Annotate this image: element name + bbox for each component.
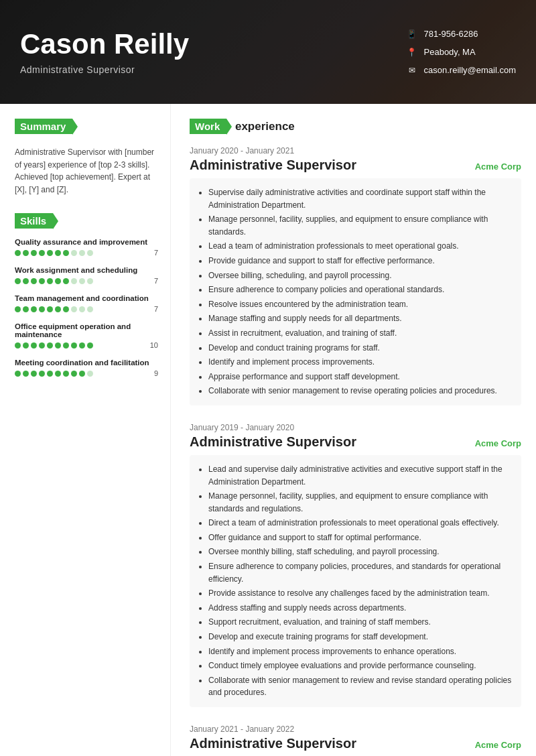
skill-score: 7 [149, 305, 158, 313]
dot-filled [15, 371, 21, 377]
job-date: January 2019 - January 2020 [190, 423, 521, 432]
skill-name: Meeting coordination and facilitation [15, 359, 158, 367]
job-entry: January 2020 - January 2021Administrativ… [190, 146, 521, 405]
jobs-list: January 2020 - January 2021Administrativ… [190, 146, 521, 751]
skill-rating-row: 9 [15, 369, 158, 377]
summary-section: Summary Administrative Supervisor with [… [15, 119, 158, 196]
job-title-row: Administrative SupervisorAcme Corp [190, 158, 521, 173]
dot-filled [23, 371, 29, 377]
job-company: Acme Corp [475, 162, 521, 172]
bullet-item: Resolve issues encountered by the admini… [208, 298, 512, 311]
dot-filled [23, 250, 29, 256]
bullet-item: Identify and implement process improveme… [208, 356, 512, 369]
location-icon: 📍 [405, 46, 419, 59]
dot-empty [87, 306, 93, 312]
contact-location: 📍 Peabody, MA [405, 46, 516, 59]
dot-empty [87, 250, 93, 256]
contact-phone: 📱 781-956-6286 [405, 27, 516, 41]
skill-item: Team management and coordination7 [15, 294, 158, 313]
bullet-item: Manage personnel, facility, supplies, an… [208, 490, 512, 515]
main-body: Summary Administrative Supervisor with [… [0, 104, 536, 756]
bullet-item: Offer guidance and support to staff for … [208, 531, 512, 544]
dot-filled [39, 371, 45, 377]
skill-score: 10 [149, 341, 158, 349]
job-title: Administrative Supervisor [190, 736, 356, 751]
bullet-item: Develop and conduct training programs fo… [208, 342, 512, 355]
bullet-item: Ensure adherence to company policies and… [208, 284, 512, 296]
job-date: January 2020 - January 2021 [190, 146, 521, 155]
dot-filled [63, 278, 69, 284]
skill-rating-row: 7 [15, 277, 158, 285]
dot-empty [71, 306, 77, 312]
bullet-item: Collaborate with senior management to re… [208, 385, 512, 397]
bullet-item: Supervise daily administrative activitie… [208, 186, 512, 211]
header-contact: 📱 781-956-6286 📍 Peabody, MA ✉ cason.rei… [405, 27, 516, 77]
job-title: Administrative Supervisor [190, 434, 356, 450]
phone-icon: 📱 [405, 27, 419, 41]
job-entry: January 2019 - January 2020Administrativ… [190, 423, 521, 707]
skill-score: 7 [149, 277, 158, 285]
bullet-item: Oversee monthly billing, staff schedulin… [208, 546, 512, 558]
work-header-row: Work experience [190, 119, 521, 134]
skill-name: Quality assurance and improvement [15, 238, 158, 246]
skill-rating-row: 7 [15, 249, 158, 257]
job-company: Acme Corp [475, 438, 521, 448]
dot-filled [15, 342, 21, 349]
work-section-badge: Work [190, 119, 226, 134]
email-icon: ✉ [405, 64, 419, 77]
dot-filled [55, 371, 61, 377]
bullet-item: Collaborate with senior management to re… [208, 674, 512, 699]
bullet-item: Lead and supervise daily administrative … [208, 463, 512, 488]
skill-dots [15, 278, 93, 284]
skill-item: Meeting coordination and facilitation9 [15, 359, 158, 377]
dot-filled [87, 342, 93, 349]
job-bullets-list: Supervise daily administrative activitie… [190, 178, 521, 405]
dot-filled [23, 342, 29, 349]
dot-empty [87, 371, 93, 377]
job-company: Acme Corp [475, 740, 521, 750]
job-date: January 2021 - January 2022 [190, 724, 521, 734]
skill-name: Work assignment and scheduling [15, 266, 158, 274]
dot-filled [55, 306, 61, 312]
dot-empty [79, 306, 85, 312]
dot-filled [15, 250, 21, 256]
dot-filled [47, 371, 53, 377]
summary-header: Summary [15, 119, 72, 134]
contact-email: ✉ cason.reilly@email.com [405, 64, 516, 77]
bullet-item: Provide guidance and support to staff fo… [208, 255, 512, 267]
job-bullets-list: Lead and supervise daily administrative … [190, 455, 521, 707]
job-title-row: Administrative SupervisorAcme Corp [190, 434, 521, 450]
dot-filled [47, 342, 53, 349]
dot-filled [63, 250, 69, 256]
bullet-item: Manage staffing and supply needs for all… [208, 312, 512, 325]
candidate-name: Cason Reilly [20, 29, 405, 60]
bullet-item: Support recruitment, evaluation, and tra… [208, 616, 512, 629]
dot-filled [55, 342, 61, 349]
bullet-item: Develop and execute training programs fo… [208, 631, 512, 643]
dot-filled [55, 278, 61, 284]
job-title: Administrative Supervisor [190, 158, 356, 173]
bullet-item: Address staffing and supply needs across… [208, 602, 512, 615]
dot-filled [55, 250, 61, 256]
bullet-item: Identify and implement process improveme… [208, 645, 512, 658]
dot-filled [39, 342, 45, 349]
bullet-item: Assist in recruitment, evaluation, and t… [208, 327, 512, 340]
dot-filled [39, 250, 45, 256]
job-entry: January 2021 - January 2022Administrativ… [190, 724, 521, 751]
sidebar: Summary Administrative Supervisor with [… [0, 104, 171, 756]
dot-filled [47, 306, 53, 312]
skill-rating-row: 10 [15, 341, 158, 349]
bullet-item: Direct a team of administration professi… [208, 517, 512, 529]
dot-filled [23, 306, 29, 312]
skills-header: Skills [15, 213, 53, 229]
dot-filled [39, 278, 45, 284]
dot-filled [71, 371, 77, 377]
skill-item: Office equipment operation and maintenan… [15, 322, 158, 349]
dot-filled [63, 371, 69, 377]
dot-empty [87, 278, 93, 284]
candidate-title: Administrative Supervisor [20, 64, 405, 75]
dot-filled [63, 342, 69, 349]
dot-filled [63, 306, 69, 312]
bullet-item: Ensure adherence to company policies, pr… [208, 560, 512, 585]
dot-filled [15, 306, 21, 312]
